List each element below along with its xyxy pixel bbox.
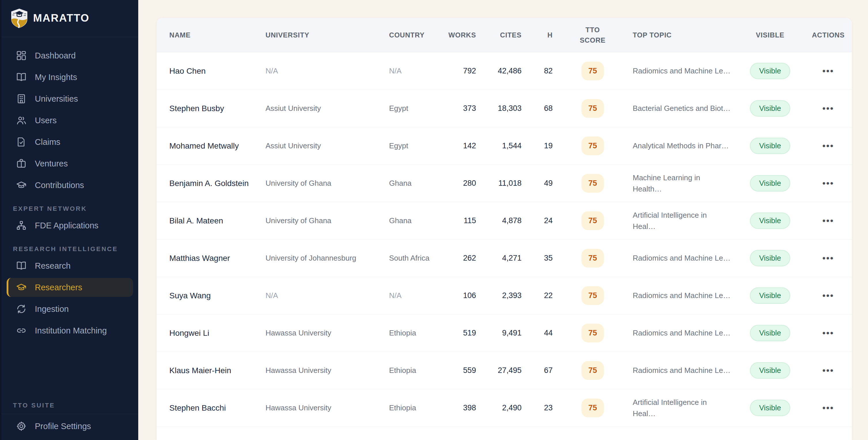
sidebar-bottom: TTO SUITE Profile Settings	[1, 402, 138, 440]
table-row[interactable]: Suya Wang N/A N/A 106 2,393 22 75 Radiom…	[157, 277, 852, 314]
country: Egypt	[389, 140, 441, 152]
sidebar-item-label: Research	[35, 261, 70, 271]
cites-count: 18,303	[476, 104, 522, 113]
sidebar-item-ingestion[interactable]: Ingestion	[7, 300, 133, 318]
works-count: 559	[441, 366, 476, 375]
brand-logo[interactable]: MARATTO	[1, 0, 138, 37]
row-actions-button[interactable]: •••	[823, 179, 834, 188]
visibility-badge: Visible	[750, 287, 790, 304]
visibility-badge: Visible	[750, 400, 790, 416]
country: Ghana	[389, 215, 441, 226]
cites-count: 4,271	[476, 254, 522, 262]
table-row[interactable]: Bilal A. Mateen University of Ghana Ghan…	[157, 202, 852, 240]
researcher-name: Stephen Bacchi	[169, 402, 266, 414]
row-actions-button[interactable]: •••	[823, 291, 834, 300]
sidebar-item-research[interactable]: Research	[7, 256, 133, 275]
row-actions-button[interactable]: •••	[823, 254, 834, 262]
section-label-research-intelligence: RESEARCH INTELLIGENCE	[1, 245, 138, 253]
table-row[interactable]: Klaus Maier-Hein Hawassa University Ethi…	[157, 352, 852, 389]
graduation-cap-icon	[16, 282, 27, 293]
visibility-badge: Visible	[750, 362, 790, 379]
university: Hawassa University	[266, 365, 389, 376]
sidebar-item-institution-matching[interactable]: Institution Matching	[7, 321, 133, 340]
sidebar-item-profile-settings[interactable]: Profile Settings	[7, 417, 133, 436]
book-open-icon	[16, 260, 27, 271]
sidebar-item-label: Researchers	[35, 283, 82, 292]
row-actions-button[interactable]: •••	[823, 142, 834, 150]
sidebar-item-users[interactable]: Users	[7, 111, 133, 130]
researcher-name: Stephen Busby	[169, 102, 266, 115]
table-row[interactable]: Stephen Busby Assiut University Egypt 37…	[157, 90, 852, 127]
sidebar-item-universities[interactable]: Universities	[7, 89, 133, 108]
row-actions-button[interactable]: •••	[823, 329, 834, 338]
university: University of Ghana	[266, 178, 389, 189]
column-header-cites: CITES	[476, 30, 522, 40]
works-count: 792	[441, 66, 476, 75]
top-topic: Bacterial Genetics and Biot…	[633, 103, 736, 114]
researchers-table-card: NAME UNIVERSITY COUNTRY WORKS CITES H TT…	[157, 18, 852, 440]
main-content: NAME UNIVERSITY COUNTRY WORKS CITES H TT…	[138, 0, 868, 440]
sidebar-item-fde-applications[interactable]: FDE Applications	[7, 216, 133, 235]
researcher-name: Suya Wang	[169, 290, 266, 302]
tto-score-badge: 75	[582, 174, 604, 193]
country: Egypt	[389, 103, 441, 114]
researcher-name: Matthias Wagner	[169, 252, 266, 264]
hierarchy-icon	[16, 220, 27, 231]
tto-score-badge: 75	[582, 324, 604, 342]
top-topic: Radiomics and Machine Le…	[633, 65, 736, 76]
row-actions-button[interactable]: •••	[823, 67, 834, 75]
top-topic: Artificial Intelligence in Heal…	[633, 210, 736, 232]
column-header-visible: VISIBLE	[736, 30, 805, 40]
sidebar-nav: DashboardMy InsightsUniversitiesUsersCla…	[1, 37, 138, 343]
works-count: 262	[441, 254, 476, 262]
briefcase-icon	[16, 158, 27, 169]
works-count: 280	[441, 179, 476, 188]
gear-icon	[16, 421, 27, 432]
university: N/A	[266, 290, 389, 301]
section-label-tto-suite: TTO SUITE	[1, 402, 138, 409]
row-actions-button[interactable]: •••	[823, 217, 834, 225]
table-row[interactable]: Stephen Bacchi Hawassa University Ethiop…	[157, 389, 852, 427]
sidebar-item-label: Institution Matching	[35, 326, 107, 336]
column-header-tto-score: TTO SCORE	[553, 25, 633, 45]
top-topic: Radiomics and Machine Le…	[633, 290, 736, 301]
sidebar-item-researchers[interactable]: Researchers	[7, 278, 133, 297]
users-icon	[16, 115, 27, 126]
building-icon	[16, 93, 27, 104]
h-index: 44	[522, 328, 553, 338]
cites-count: 11,018	[476, 179, 522, 188]
h-index: 82	[522, 66, 553, 75]
tto-score-badge: 75	[582, 62, 604, 80]
works-count: 106	[441, 291, 476, 300]
table-row[interactable]: Hao Chen N/A N/A 792 42,486 82 75 Radiom…	[157, 53, 852, 90]
tto-score-badge: 75	[582, 286, 604, 305]
sidebar-item-claims[interactable]: Claims	[7, 132, 133, 152]
table-row[interactable]: Matthias Wagner University of Johannesbu…	[157, 240, 852, 277]
university: Assiut University	[266, 103, 389, 114]
table-row[interactable]: Hongwei Li Hawassa University Ethiopia 5…	[157, 314, 852, 352]
row-actions-button[interactable]: •••	[823, 104, 834, 113]
university: N/A	[266, 65, 389, 76]
sidebar-item-label: Users	[35, 116, 57, 125]
row-actions-button[interactable]: •••	[823, 404, 834, 412]
works-count: 142	[441, 142, 476, 150]
h-index: 68	[522, 104, 553, 113]
section-label-expert-network: EXPERT NETWORK	[1, 205, 138, 213]
cites-count: 9,491	[476, 328, 522, 338]
dashboard-icon	[16, 50, 27, 61]
sidebar-item-contributions[interactable]: Contributions	[7, 176, 133, 195]
sidebar-item-label: My Insights	[35, 72, 77, 82]
table-row[interactable]: Mohamed Metwally Assiut University Egypt…	[157, 127, 852, 165]
tto-score-badge: 75	[582, 136, 604, 155]
refresh-icon	[16, 304, 27, 314]
sidebar-item-ventures[interactable]: Ventures	[7, 154, 133, 173]
link-icon	[16, 325, 27, 336]
sidebar-item-my-insights[interactable]: My Insights	[7, 68, 133, 87]
table-row[interactable]: Benjamin A. Goldstein University of Ghan…	[157, 165, 852, 202]
sidebar-item-dashboard[interactable]: Dashboard	[7, 46, 133, 65]
tto-score-badge: 75	[582, 249, 604, 268]
sidebar-item-label: Dashboard	[35, 51, 76, 60]
visibility-badge: Visible	[750, 325, 790, 341]
visibility-badge: Visible	[750, 138, 790, 154]
row-actions-button[interactable]: •••	[823, 366, 834, 375]
